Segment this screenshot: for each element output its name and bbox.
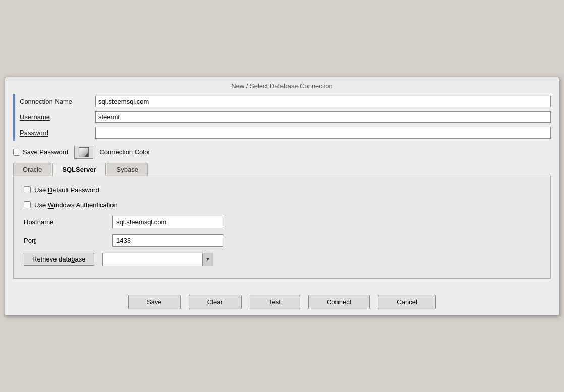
connection-name-input[interactable] — [95, 96, 551, 107]
use-default-password-label[interactable]: Use Default Password — [24, 186, 540, 194]
username-label: Username — [15, 109, 95, 125]
color-picker-button[interactable] — [74, 146, 93, 159]
username-field-wrap — [95, 109, 551, 125]
dialog-title: New / Select Database Connection — [5, 77, 559, 94]
inner-form: Hostname Port Retrieve database — [24, 216, 540, 266]
hostname-label: Hostname — [24, 218, 104, 226]
clear-button[interactable]: Clear — [189, 295, 242, 309]
connect-button[interactable]: Connect — [308, 295, 370, 309]
dialog-footer: Save Clear Test Connect Cancel — [5, 287, 559, 315]
use-windows-auth-label[interactable]: Use Windows Authentication — [24, 201, 540, 209]
color-icon — [79, 147, 89, 157]
dialog-body: Connection Name Username Password Save — [5, 94, 559, 287]
retrieve-database-button[interactable]: Retrieve database — [24, 253, 94, 266]
hostname-row: Hostname — [24, 216, 540, 228]
dialog: New / Select Database Connection Connect… — [5, 77, 559, 316]
tab-sqlserver[interactable]: SQLServer — [52, 163, 105, 176]
test-button[interactable]: Test — [250, 295, 300, 309]
hostname-input[interactable] — [112, 216, 223, 228]
database-dropdown-wrapper — [102, 253, 213, 266]
save-password-checkbox-label[interactable]: Save Password — [13, 148, 68, 156]
save-button[interactable]: Save — [128, 295, 181, 309]
port-input[interactable] — [112, 234, 223, 247]
port-row: Port — [24, 234, 540, 247]
password-field-wrap — [95, 125, 551, 141]
use-default-password-checkbox[interactable] — [24, 186, 31, 193]
connection-color-label: Connection Color — [99, 148, 150, 156]
cancel-button[interactable]: Cancel — [378, 295, 435, 309]
retrieve-database-row: Retrieve database — [24, 253, 540, 266]
password-label: Password — [15, 125, 95, 141]
username-input[interactable] — [95, 111, 551, 123]
connection-name-field-wrap — [95, 94, 551, 109]
options-row: Save Password Connection Color — [13, 141, 551, 163]
use-windows-auth-checkbox[interactable] — [24, 201, 31, 208]
password-input[interactable] — [95, 127, 551, 139]
sqlserver-tab-content: Use Default Password Use Windows Authent… — [13, 176, 551, 279]
tab-sybase[interactable]: Sybase — [107, 163, 148, 176]
tabs-row: Oracle SQLServer Sybase — [13, 163, 551, 176]
database-dropdown[interactable] — [102, 253, 213, 266]
connection-form: Connection Name Username Password — [13, 94, 551, 141]
tab-oracle[interactable]: Oracle — [13, 163, 51, 176]
port-label: Port — [24, 237, 104, 244]
connection-name-label: Connection Name — [15, 94, 95, 109]
save-password-checkbox[interactable] — [13, 149, 20, 156]
